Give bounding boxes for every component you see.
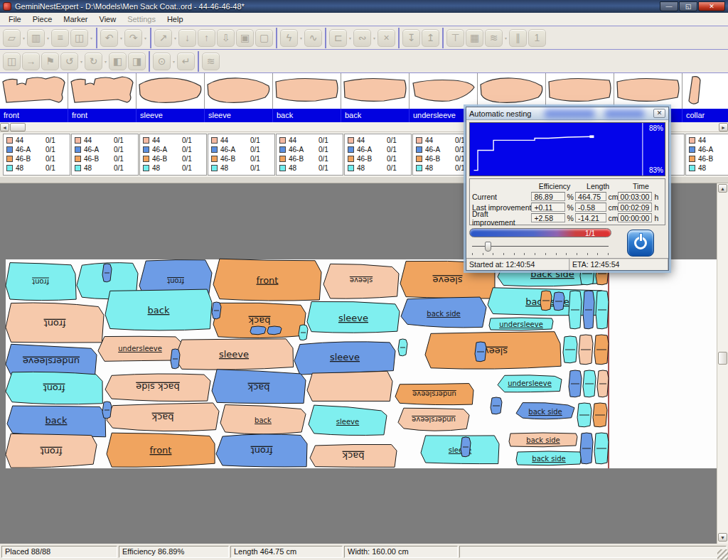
size-row-46-A[interactable]: 46-A0/1 <box>75 145 135 154</box>
move-out-button[interactable]: ↗ <box>154 29 172 47</box>
speed-slider[interactable] <box>469 240 611 256</box>
scroll-thumb[interactable] <box>10 123 26 131</box>
scroll-up-arrow-icon[interactable]: ▲ <box>718 184 727 193</box>
redo-button[interactable]: ↷ <box>124 29 142 47</box>
minimize-button[interactable]: — <box>660 1 678 11</box>
zoom-button[interactable]: ⊙ <box>153 53 171 70</box>
zoom-dropdown-icon[interactable]: ▾ <box>171 53 176 70</box>
piece-label-sleeve[interactable]: sleeve <box>136 109 205 122</box>
next-view-button[interactable]: ◨ <box>128 53 146 70</box>
piece-label-front[interactable]: front <box>68 109 136 122</box>
stop-nesting-button[interactable] <box>627 230 654 257</box>
piece-thumbnail-front[interactable] <box>0 73 68 109</box>
move-down-button[interactable]: ↓ <box>178 29 196 47</box>
size-row-46-B[interactable]: 46-B0/1 <box>211 154 272 163</box>
menu-item-file[interactable]: File <box>3 14 27 25</box>
scroll-down-arrow-icon[interactable]: ▼ <box>718 533 727 542</box>
piece-thumbnail-panel-10[interactable] <box>614 73 682 109</box>
rotate-left-button[interactable]: ↺ <box>60 53 78 70</box>
clamp-dropdown-icon[interactable]: ▾ <box>348 29 353 47</box>
drop-piece-button[interactable]: ⇩ <box>217 29 235 47</box>
piece-list-button[interactable]: ≡ <box>51 29 69 47</box>
size-row-48[interactable]: 480/1 <box>143 163 203 173</box>
quick-nest-button[interactable]: ϟ <box>280 29 298 47</box>
rotate-left-dropdown-icon[interactable]: ▾ <box>79 53 84 70</box>
piece-thumbnail-back[interactable] <box>341 73 410 109</box>
piece-thumbnail-collar[interactable] <box>682 73 728 109</box>
resize-grip[interactable] <box>717 549 728 560</box>
size-row-44[interactable]: 440/1 <box>211 136 272 145</box>
size-row-46-A[interactable]: 46-A0/1 <box>279 145 340 154</box>
vertical-scroll-thumb[interactable] <box>718 352 727 365</box>
size-row-44[interactable]: 440/1 <box>348 136 408 145</box>
dialog-close-icon[interactable]: ✕ <box>653 109 665 118</box>
nest-line-button[interactable]: ∿ <box>304 29 322 47</box>
size-row-44[interactable]: 440/2 <box>689 136 728 145</box>
dialog-title-bar[interactable]: Automatic nesting ✕ <box>466 107 668 120</box>
unlock-button[interactable]: ▢ <box>255 29 273 47</box>
size-row-48[interactable]: 480/1 <box>211 163 272 173</box>
piece-thumbnail-undersleeve[interactable] <box>410 73 478 109</box>
size-row-46-A[interactable]: 46-A0/2 <box>689 145 728 154</box>
rotate-right-button[interactable]: ↻ <box>85 53 102 70</box>
piece-label-back[interactable]: back <box>273 109 341 122</box>
undo-button[interactable]: ↶ <box>100 29 118 47</box>
overlap-check-button[interactable]: ∾ <box>353 29 371 47</box>
menu-item-marker[interactable]: Marker <box>58 14 93 25</box>
size-row-46-B[interactable]: 46-B0/1 <box>75 154 135 163</box>
fabric-layers-dropdown-icon[interactable]: ▾ <box>503 29 508 47</box>
size-row-48[interactable]: 480/1 <box>75 163 135 173</box>
scroll-right-arrow-icon[interactable]: ► <box>719 123 728 131</box>
size-row-48[interactable]: 480/1 <box>6 163 67 173</box>
piece-label-front[interactable]: front <box>0 109 68 122</box>
scroll-left-arrow-icon[interactable]: ◄ <box>0 123 9 131</box>
size-row-44[interactable]: 440/1 <box>143 136 203 145</box>
import-dropdown-icon[interactable]: ▾ <box>46 29 50 47</box>
piece-thumbnail-sleeve[interactable] <box>136 73 205 109</box>
open-button[interactable]: ▱ <box>3 29 21 47</box>
redo-dropdown-icon[interactable]: ▾ <box>143 29 148 47</box>
prev-view-button[interactable]: ◧ <box>109 53 127 70</box>
open-dropdown-icon[interactable]: ▾ <box>21 29 26 47</box>
pin-up-button[interactable]: ↥ <box>422 29 439 47</box>
grid-button[interactable]: ▦ <box>466 29 483 47</box>
size-row-46-B[interactable]: 46-B0/1 <box>6 154 67 163</box>
piece-label-sleeve[interactable]: sleeve <box>205 109 273 122</box>
size-row-46-B[interactable]: 46-B0/1 <box>279 154 340 163</box>
size-row-46-A[interactable]: 46-A0/1 <box>348 145 408 154</box>
fabric-waves-button[interactable]: ≋ <box>202 53 220 70</box>
size-row-46-B[interactable]: 46-B0/1 <box>143 154 203 163</box>
piece-thumbnail-panel-8[interactable] <box>478 73 546 109</box>
menu-item-view[interactable]: View <box>94 14 122 25</box>
move-up-button[interactable]: ↑ <box>198 29 215 47</box>
marker-piece[interactable] <box>250 326 266 335</box>
single-size-button[interactable]: 1 <box>528 29 546 47</box>
lock-button[interactable]: ▣ <box>236 29 254 47</box>
maximize-button[interactable]: ◱ <box>679 1 697 11</box>
size-row-48[interactable]: 480/2 <box>689 163 728 173</box>
size-row-48[interactable]: 480/1 <box>348 163 408 173</box>
quick-nest-dropdown-icon[interactable]: ▾ <box>299 29 304 47</box>
pin-down-button[interactable]: ↧ <box>402 29 420 47</box>
size-row-48[interactable]: 480/1 <box>279 163 340 173</box>
size-row-44[interactable]: 440/1 <box>75 136 135 145</box>
flag-button[interactable]: ⚑ <box>41 53 59 70</box>
piece-thumbnail-sleeve[interactable] <box>205 73 273 109</box>
undo-dropdown-icon[interactable]: ▾ <box>119 29 124 47</box>
fit-width-button[interactable]: ↵ <box>177 53 195 70</box>
menu-item-help[interactable]: Help <box>161 14 189 25</box>
marker-piece[interactable] <box>267 326 282 335</box>
marker-piece[interactable] <box>307 371 392 401</box>
overlap-check-dropdown-icon[interactable]: ▾ <box>372 29 377 47</box>
slider-thumb[interactable] <box>485 242 491 252</box>
close-button[interactable]: ✕ <box>698 1 725 11</box>
size-row-44[interactable]: 440/1 <box>279 136 340 145</box>
size-row-46-A[interactable]: 46-A0/1 <box>143 145 203 154</box>
piece-label-back[interactable]: back <box>341 109 410 122</box>
piece-thumbnail-front[interactable] <box>68 73 136 109</box>
wrench-button[interactable]: ⊤ <box>446 29 464 47</box>
size-row-46-A[interactable]: 46-A0/1 <box>211 145 272 154</box>
piece-label-collar[interactable]: collar <box>682 109 728 122</box>
move-out-dropdown-icon[interactable]: ▾ <box>173 29 178 47</box>
size-row-46-B[interactable]: 46-B0/2 <box>689 154 728 163</box>
